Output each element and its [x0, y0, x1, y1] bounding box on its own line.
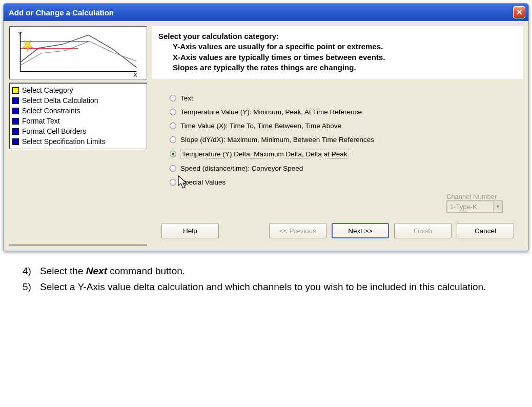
dialog-body: Y X Select Category Select Delta Calcula…: [4, 21, 528, 251]
radio-label: Special Values: [180, 178, 226, 186]
radio-icon: [170, 123, 176, 129]
cancel-button[interactable]: Cancel: [457, 223, 514, 238]
window-title: Add or Change a Calculation: [9, 8, 114, 17]
step-label: Select Delta Calculation: [22, 96, 98, 105]
radio-label: Slope (dY/dX): Maximum, Minimum, Between…: [180, 136, 374, 144]
radio-special-values[interactable]: Special Values: [170, 178, 513, 186]
channel-label: Channel Number: [446, 193, 503, 200]
header-title: Select your calculation category:: [158, 31, 517, 42]
radio-speed[interactable]: Speed (distance/time): Conveyor Speed: [170, 165, 513, 172]
step-marker-icon: [12, 118, 19, 125]
radio-icon: [170, 179, 176, 186]
help-button[interactable]: Help: [161, 223, 219, 238]
close-button[interactable]: ✕: [513, 6, 525, 18]
step-label: Select Specification Limits: [22, 137, 106, 146]
header-line: Y-Axis values are usually for a specific…: [158, 42, 517, 52]
radio-icon: [170, 95, 176, 101]
step-label: Select Category: [22, 86, 73, 94]
radio-temperature-value[interactable]: Temperature Value (Y): Minimum, Peak, At…: [170, 108, 513, 116]
radio-time-value[interactable]: Time Value (X): Time To, Time Between, T…: [170, 122, 513, 130]
channel-value: 1-Type-K: [450, 203, 477, 211]
step-item[interactable]: Format Text: [12, 116, 144, 126]
step-list: Select Category Select Delta Calculation…: [9, 83, 147, 149]
radio-temperature-delta[interactable]: Temperature (Y) Delta: Maximum Delta, De…: [170, 150, 513, 158]
channel-select: 1-Type-K ▼: [446, 200, 503, 213]
chevron-down-icon: ▼: [493, 201, 502, 212]
radio-label: Time Value (X): Time To, Time Between, T…: [180, 122, 341, 130]
step-item[interactable]: Select Delta Calculation: [12, 95, 144, 106]
radio-area: Text Temperature Value (Y): Minimum, Pea…: [152, 79, 523, 218]
header-line: Slopes are typically the rates things ar…: [158, 63, 517, 73]
graph-svg: Y X: [13, 30, 142, 77]
radio-icon: [170, 151, 176, 157]
header-line: X-Axis values are typically times or tim…: [158, 52, 517, 63]
radio-label: Text: [180, 94, 193, 102]
radio-label: Temperature (Y) Delta: Maximum Delta, De…: [180, 150, 349, 158]
instructions: Select the Next command button. Select a…: [0, 254, 532, 306]
step-marker-icon: [12, 97, 19, 104]
step-marker-icon: [12, 87, 19, 94]
channel-number-group: Channel Number 1-Type-K ▼: [446, 193, 503, 213]
step-item[interactable]: Format Cell Borders: [12, 126, 144, 136]
previous-button: << Previous: [269, 223, 326, 238]
step-label: Select Constraints: [22, 107, 80, 115]
radio-text[interactable]: Text: [170, 94, 513, 102]
step-item[interactable]: Select Constraints: [12, 106, 144, 116]
right-column: Select your calculation category: Y-Axis…: [152, 26, 523, 246]
left-column: Y X Select Category Select Delta Calcula…: [9, 26, 147, 246]
button-row: Help << Previous Next >> Finish Cancel: [152, 218, 523, 246]
step-item[interactable]: Select Category: [12, 85, 144, 95]
svg-marker-6: [23, 40, 33, 51]
radio-icon: [170, 136, 176, 143]
instruction-item: Select the Next command button.: [36, 264, 511, 278]
wizard-dialog: Add or Change a Calculation ✕ Y X: [3, 3, 529, 251]
step-label: Format Cell Borders: [22, 127, 86, 135]
step-marker-icon: [12, 138, 19, 145]
finish-button: Finish: [394, 223, 452, 238]
radio-label: Temperature Value (Y): Minimum, Peak, At…: [180, 108, 362, 116]
header-panel: Select your calculation category: Y-Axis…: [152, 26, 523, 79]
next-button[interactable]: Next >>: [332, 223, 389, 238]
radio-slope[interactable]: Slope (dY/dX): Maximum, Minimum, Between…: [170, 136, 513, 144]
step-item[interactable]: Select Specification Limits: [12, 136, 144, 147]
instruction-item: Select a Y-Axis value delta calculation …: [36, 280, 511, 294]
radio-label: Speed (distance/time): Conveyor Speed: [180, 165, 303, 172]
radio-icon: [170, 165, 176, 172]
radio-icon: [170, 109, 176, 115]
step-marker-icon: [12, 128, 19, 135]
graph-preview: Y X: [9, 26, 147, 79]
empty-panel: [9, 245, 147, 246]
close-icon: ✕: [516, 8, 523, 17]
step-marker-icon: [12, 108, 19, 114]
svg-text:X: X: [133, 72, 137, 77]
step-label: Format Text: [22, 117, 60, 125]
titlebar: Add or Change a Calculation ✕: [4, 4, 528, 21]
